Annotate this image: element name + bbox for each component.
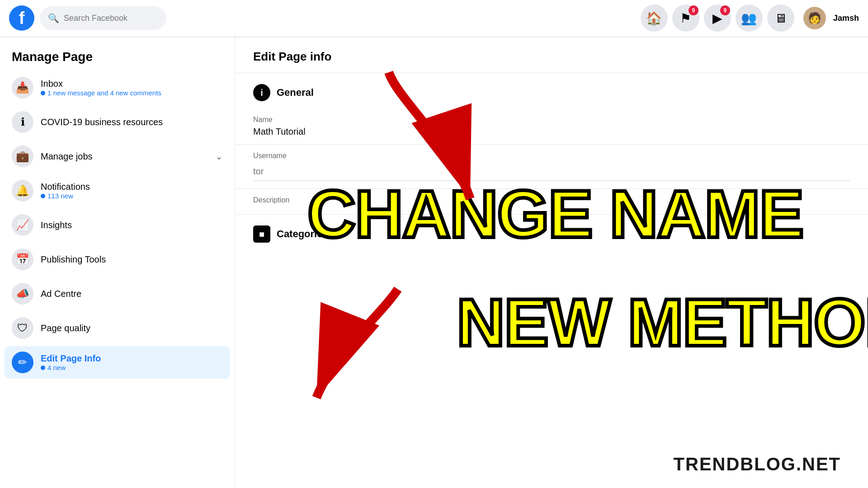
username-field: Username bbox=[235, 145, 868, 189]
screen-icon: 🖥 bbox=[774, 11, 787, 26]
people-nav-button[interactable]: 👥 bbox=[736, 5, 763, 32]
sidebar-item-edit-page-info[interactable]: ✏ Edit Page Info 4 new bbox=[5, 346, 230, 379]
sidebar-item-covid[interactable]: ℹ COVID-19 business resources bbox=[5, 106, 230, 138]
sidebar-item-page-quality-content: Page quality bbox=[41, 323, 223, 333]
home-icon: 🏠 bbox=[646, 11, 662, 26]
sidebar: Manage Page 📥 Inbox 1 new message and 4 … bbox=[0, 36, 235, 488]
sidebar-item-manage-jobs-content: Manage jobs bbox=[41, 151, 215, 162]
avatar[interactable]: 🧑 bbox=[803, 7, 826, 29]
manage-jobs-label: Manage jobs bbox=[41, 151, 215, 162]
page-quality-label: Page quality bbox=[41, 323, 223, 333]
description-field: Description bbox=[235, 189, 868, 215]
video-badge: 9 bbox=[720, 5, 730, 15]
avatar-image: 🧑 bbox=[808, 12, 821, 24]
sidebar-item-inbox[interactable]: 📥 Inbox 1 new message and 4 new comments bbox=[5, 71, 230, 104]
covid-icon: ℹ bbox=[12, 111, 33, 133]
chevron-down-icon: ⌄ bbox=[215, 151, 223, 162]
categories-label: Categories bbox=[277, 228, 328, 240]
search-input[interactable] bbox=[64, 14, 158, 23]
name-field-value: Math Tutorial bbox=[253, 127, 850, 137]
sidebar-item-insights-content: Insights bbox=[41, 220, 223, 230]
notifications-icon: 🔔 bbox=[12, 180, 33, 202]
blue-dot-2 bbox=[41, 194, 45, 198]
sidebar-item-insights[interactable]: 📈 Insights bbox=[5, 209, 230, 241]
sidebar-item-publishing-tools[interactable]: 📅 Publishing Tools bbox=[5, 243, 230, 276]
description-field-label: Description bbox=[253, 196, 850, 204]
edit-page-info-label: Edit Page Info bbox=[41, 353, 223, 364]
content-area: Edit Page info i General Name Math Tutor… bbox=[235, 36, 868, 488]
flag-badge: 9 bbox=[689, 5, 698, 15]
home-nav-button[interactable]: 🏠 bbox=[641, 5, 668, 32]
categories-section: ■ Categories bbox=[235, 215, 868, 250]
general-section-icon: i bbox=[253, 84, 270, 101]
inbox-icon: 📥 bbox=[12, 77, 33, 99]
name-field: Name Math Tutorial bbox=[235, 108, 868, 145]
categories-header: ■ Categories bbox=[253, 225, 850, 243]
username-input[interactable] bbox=[253, 163, 850, 181]
screen-nav-button[interactable]: 🖥 bbox=[767, 5, 794, 32]
nav-icons-group: 🏠 ⚑ 9 ▶ 9 👥 🖥 🧑 Jamsh bbox=[641, 5, 859, 32]
facebook-logo[interactable]: f bbox=[9, 5, 34, 31]
username-label: Jamsh bbox=[833, 14, 859, 23]
search-icon: 🔍 bbox=[48, 13, 59, 23]
sidebar-item-edit-page-info-content: Edit Page Info 4 new bbox=[41, 353, 223, 371]
ad-centre-icon: 📣 bbox=[12, 283, 33, 305]
blue-dot-3 bbox=[41, 366, 45, 370]
publishing-tools-icon: 📅 bbox=[12, 249, 33, 270]
ad-centre-label: Ad Centre bbox=[41, 289, 223, 299]
edit-panel-header: Edit Page info bbox=[235, 36, 868, 73]
edit-page-info-sublabel: 4 new bbox=[41, 364, 223, 371]
notifications-sublabel: 113 new bbox=[41, 192, 223, 200]
edit-page-info-icon: ✏ bbox=[12, 352, 33, 373]
sidebar-item-publishing-tools-content: Publishing Tools bbox=[41, 254, 223, 265]
general-section-header: i General bbox=[235, 73, 868, 108]
insights-label: Insights bbox=[41, 220, 223, 230]
notifications-label: Notifications bbox=[41, 182, 223, 192]
sidebar-item-manage-jobs[interactable]: 💼 Manage jobs ⌄ bbox=[5, 140, 230, 173]
inbox-sublabel: 1 new message and 4 new comments bbox=[41, 89, 223, 97]
categories-icon: ■ bbox=[253, 225, 270, 243]
covid-label: COVID-19 business resources bbox=[41, 117, 223, 127]
sidebar-title: Manage Page bbox=[5, 45, 230, 71]
main-layout: Manage Page 📥 Inbox 1 new message and 4 … bbox=[0, 36, 868, 488]
publishing-tools-label: Publishing Tools bbox=[41, 254, 223, 265]
page-quality-icon: 🛡 bbox=[12, 317, 33, 339]
name-field-label: Name bbox=[253, 116, 850, 124]
sidebar-item-ad-centre-content: Ad Centre bbox=[41, 289, 223, 299]
top-navigation: f 🔍 🏠 ⚑ 9 ▶ 9 👥 🖥 🧑 Jamsh bbox=[0, 0, 868, 36]
insights-icon: 📈 bbox=[12, 214, 33, 236]
sidebar-item-notifications-content: Notifications 113 new bbox=[41, 182, 223, 200]
flag-nav-button[interactable]: ⚑ 9 bbox=[672, 5, 699, 32]
edit-page-info-panel: Edit Page info i General Name Math Tutor… bbox=[235, 36, 868, 488]
general-section-label: General bbox=[277, 87, 314, 99]
blue-dot bbox=[41, 91, 45, 95]
people-icon: 👥 bbox=[741, 11, 757, 26]
username-field-label: Username bbox=[253, 152, 850, 160]
sidebar-item-inbox-content: Inbox 1 new message and 4 new comments bbox=[41, 79, 223, 97]
sidebar-item-notifications[interactable]: 🔔 Notifications 113 new bbox=[5, 174, 230, 207]
video-nav-button[interactable]: ▶ 9 bbox=[704, 5, 731, 32]
inbox-label: Inbox bbox=[41, 79, 223, 89]
manage-jobs-icon: 💼 bbox=[12, 145, 33, 167]
sidebar-item-ad-centre[interactable]: 📣 Ad Centre bbox=[5, 277, 230, 310]
sidebar-item-page-quality[interactable]: 🛡 Page quality bbox=[5, 312, 230, 344]
sidebar-item-covid-content: COVID-19 business resources bbox=[41, 117, 223, 127]
search-bar[interactable]: 🔍 bbox=[40, 6, 166, 30]
